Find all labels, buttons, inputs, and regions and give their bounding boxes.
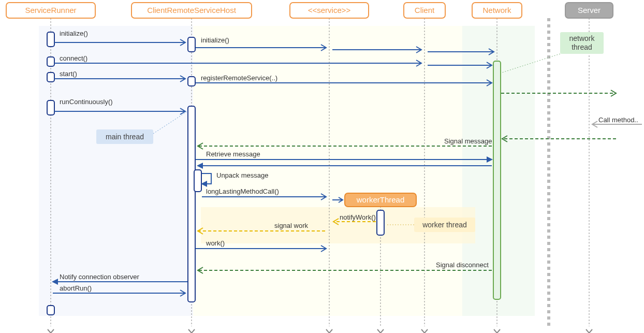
zone-mid	[193, 26, 462, 316]
activation-sr-end	[47, 306, 54, 315]
svg-text:thread: thread	[572, 43, 592, 51]
msg-signalwork: signal work	[274, 222, 309, 229]
activation-host-init	[188, 37, 195, 52]
msg-register: registerRemoteService(..)	[201, 74, 277, 82]
msg-signaldisconnect: Signal disconnect	[436, 261, 489, 269]
msg-retrieve: Retrieve message	[206, 150, 260, 158]
msg-callmethod: Call method..	[598, 116, 638, 124]
msg-longcall: longLastingMethodCall()	[206, 187, 279, 195]
activation-sr-run	[47, 100, 54, 115]
activation-workerthread	[377, 210, 384, 235]
participant-clientremoteservicehost: ClientRemoteServiceHost	[131, 3, 252, 18]
svg-text:worker thread: worker thread	[422, 221, 467, 229]
svg-text:ServiceRunner: ServiceRunner	[25, 6, 76, 15]
msg-connect: connect()	[60, 54, 87, 62]
svg-text:Server: Server	[578, 6, 601, 15]
svg-text:initialize(): initialize()	[60, 30, 88, 37]
participant-servicerunner: ServiceRunner	[6, 3, 95, 18]
activation-sr-init	[47, 32, 54, 47]
activation-sr-start	[47, 73, 54, 82]
svg-text:network: network	[569, 34, 595, 42]
participant-server: Server	[565, 3, 613, 18]
svg-text:main thread: main thread	[106, 133, 144, 141]
activation-host-register	[188, 77, 195, 86]
svg-text:<<service>>: <<service>>	[308, 6, 351, 15]
msg-runcontinuously: runContinuously()	[60, 98, 113, 106]
svg-text:Client: Client	[415, 6, 435, 15]
msg-abortrun: abortRun()	[60, 284, 92, 292]
msg-initialize-host: initialize()	[201, 36, 229, 44]
msg-start: start()	[60, 70, 77, 78]
msg-notifyobserver: Notify connection observer	[60, 273, 140, 281]
activation-network	[493, 61, 501, 299]
msg-initialize-self: initialize()	[60, 30, 88, 37]
participant-workerthread: workerThread	[345, 193, 416, 207]
msg-unpack: Unpack message	[216, 171, 268, 179]
participant-client: Client	[404, 3, 445, 18]
sequence-diagram: ServiceRunner ClientRemoteServiceHost <<…	[0, 0, 644, 333]
svg-text:ClientRemoteServiceHost: ClientRemoteServiceHost	[147, 6, 237, 15]
msg-notifywork: notifyWork()	[340, 213, 376, 221]
zone-main-thread	[39, 26, 193, 316]
activation-host-main	[188, 106, 195, 302]
activation-host-unpack	[194, 170, 201, 192]
participant-network: Network	[472, 3, 522, 18]
svg-text:Network: Network	[482, 6, 511, 15]
participant-service: <<service>>	[290, 3, 369, 18]
msg-work: work()	[206, 239, 225, 247]
msg-signalmessage: Signal message	[444, 137, 492, 145]
activation-sr-connect	[47, 57, 54, 66]
svg-text:workerThread: workerThread	[356, 195, 405, 204]
